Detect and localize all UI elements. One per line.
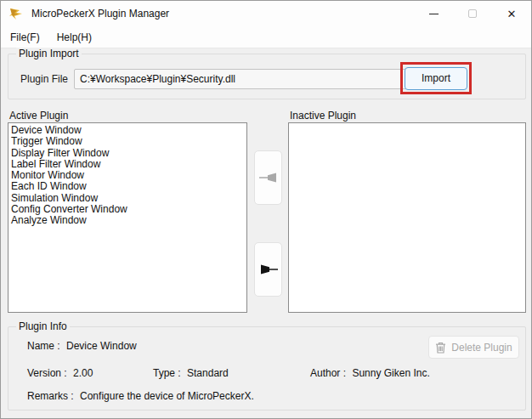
inactive-plugin-list[interactable] xyxy=(288,122,526,313)
menu-bar: File(F) Help(H) xyxy=(1,26,531,48)
list-item[interactable]: Display Filter Window xyxy=(8,148,246,159)
list-item[interactable]: Simulation Window xyxy=(8,193,246,204)
list-item[interactable]: Monitor Window xyxy=(8,170,246,181)
plugin-file-label: Plugin File xyxy=(20,73,68,85)
info-author: Author : Sunny Giken Inc. xyxy=(310,367,430,379)
inactive-plugin-label: Inactive Plugin xyxy=(290,110,356,122)
close-button[interactable]: ✕ xyxy=(492,1,531,26)
minimize-button[interactable] xyxy=(414,1,453,26)
list-item[interactable]: Config Converter Window xyxy=(8,204,246,215)
close-icon: ✕ xyxy=(507,8,517,20)
title-bar: MicroPeckerX Plugin Manager ✕ xyxy=(1,1,531,26)
list-item[interactable]: Each ID Window xyxy=(8,181,246,192)
window-controls: ✕ xyxy=(414,1,531,26)
info-name: Name : Device Window xyxy=(27,340,137,352)
info-type: Type : Standard xyxy=(153,367,229,379)
menu-file[interactable]: File(F) xyxy=(2,27,48,48)
menu-help[interactable]: Help(H) xyxy=(48,27,100,48)
active-plugin-list[interactable]: Device Window Trigger Window Display Fil… xyxy=(8,122,247,313)
import-button[interactable]: Import xyxy=(405,67,467,90)
window-title: MicroPeckerX Plugin Manager xyxy=(31,8,169,20)
delete-plugin-button[interactable]: Delete Plugin xyxy=(428,336,519,359)
list-item[interactable]: Label Filter Window xyxy=(8,159,246,170)
move-to-active-button[interactable] xyxy=(254,150,282,205)
plugin-file-input[interactable] xyxy=(74,69,419,89)
list-item[interactable]: Analyze Window xyxy=(8,215,246,226)
delete-plugin-label: Delete Plugin xyxy=(451,342,512,354)
minimize-icon xyxy=(429,14,439,14)
move-to-inactive-button[interactable] xyxy=(254,242,282,297)
app-icon xyxy=(8,6,24,21)
info-remarks: Remarks : Configure the device of MicroP… xyxy=(27,390,254,402)
plugin-info-group: Plugin Info Delete Plugin Name : Device … xyxy=(8,326,526,411)
maximize-icon xyxy=(468,9,477,18)
plugin-import-group: Plugin Import Plugin File ... Import xyxy=(8,54,526,99)
active-plugin-label: Active Plugin xyxy=(9,110,68,122)
trash-icon xyxy=(435,342,446,354)
arrow-right-icon xyxy=(258,263,279,276)
arrow-left-icon xyxy=(258,171,279,184)
import-highlight-annotation: Import xyxy=(400,62,472,94)
info-version: Version : 2.00 xyxy=(27,367,93,379)
plugin-import-row: Plugin File ... Import xyxy=(8,54,525,99)
plugin-info-group-label: Plugin Info xyxy=(16,320,70,332)
list-item[interactable]: Device Window xyxy=(8,125,246,136)
list-item[interactable]: Trigger Window xyxy=(8,136,246,147)
maximize-button[interactable] xyxy=(453,1,492,26)
plugin-manager-window: MicroPeckerX Plugin Manager ✕ File(F) He… xyxy=(0,0,532,419)
